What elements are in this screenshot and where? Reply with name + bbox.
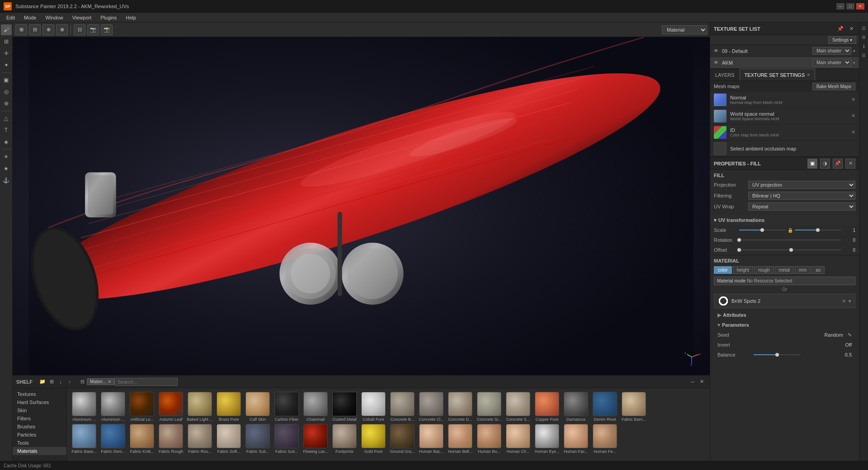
menu-item-mode[interactable]: Mode: [19, 14, 41, 21]
minimize-button[interactable]: ─: [836, 3, 844, 9]
shelf-item-12[interactable]: Concrete Cl...: [418, 392, 445, 422]
mat-tab-ao[interactable]: ao: [811, 266, 825, 274]
viewport-canvas[interactable]: X Y Z: [13, 37, 710, 375]
tsl-row-default[interactable]: 👁 09 - Default Main shader ▾: [710, 45, 859, 57]
filtering-select[interactable]: Bilinear | HQ: [748, 192, 855, 200]
vp-btn-align[interactable]: ⊗: [56, 24, 68, 35]
menu-item-help[interactable]: Help: [121, 14, 141, 21]
bake-mesh-maps-button[interactable]: Bake Mesh Maps: [812, 83, 855, 90]
shelf-item-11[interactable]: Concrete B...: [389, 392, 416, 422]
shelf-item-24[interactable]: Fabric Rou...: [186, 424, 213, 454]
scale-slider-x[interactable]: [739, 227, 786, 233]
scale-thumb-y[interactable]: [816, 228, 820, 232]
tab-close-icon[interactable]: ✕: [807, 72, 810, 77]
shelf-item-21[interactable]: Fabric Deni...: [99, 424, 127, 454]
tool-transform[interactable]: ✛: [1, 48, 12, 59]
uv-transform-header[interactable]: ▾ UV transformations: [710, 215, 859, 225]
mat-tab-color[interactable]: color: [714, 266, 732, 274]
shelf-item-30[interactable]: Gold Pure: [360, 424, 387, 454]
tsl-pin-btn[interactable]: 📌: [836, 25, 844, 33]
tab-layers[interactable]: LAYERS: [710, 69, 740, 80]
filter-tag-close[interactable]: ✕: [108, 379, 111, 384]
shelf-view-btn[interactable]: ⊞: [47, 377, 56, 386]
tsl-shader-default[interactable]: Main shader: [812, 47, 851, 55]
shelf-item-32[interactable]: Human Bac...: [418, 424, 445, 454]
uvwrap-select[interactable]: Repeat: [748, 202, 855, 211]
shelf-items-scroll[interactable]: Aluminium ...Aluminium ...Artificial Le.…: [67, 388, 710, 461]
shelf-item-3[interactable]: Autumn Leaf: [157, 392, 184, 422]
shelf-item-10[interactable]: Cobalt Pure: [360, 392, 387, 422]
offset-slider-y[interactable]: [791, 247, 841, 253]
scale-thumb-x[interactable]: [760, 228, 764, 232]
tool-select[interactable]: ✦: [1, 60, 12, 70]
tsl-row-akm[interactable]: 👁 AKM Main shader ▾: [710, 57, 859, 69]
maximize-button[interactable]: □: [846, 3, 854, 9]
tool-anchor[interactable]: ⚓: [1, 175, 12, 186]
tool-environment[interactable]: ☀: [1, 151, 12, 162]
shelf-item-27[interactable]: Fabric Suit...: [273, 424, 300, 454]
parameters-expand-row[interactable]: ▾ Parameters: [714, 320, 855, 330]
rotation-thumb[interactable]: [737, 238, 741, 242]
mat-tab-nrm[interactable]: nrm: [795, 266, 811, 274]
shelf-item-8[interactable]: Chainmail: [302, 392, 329, 422]
shelf-item-28[interactable]: Flowing Lav...: [302, 424, 329, 454]
viewport-mode-dropdown[interactable]: Material: [662, 25, 707, 34]
vp-btn-view[interactable]: ⊡: [74, 24, 85, 35]
shelf-item-5[interactable]: Brass Pure: [215, 392, 242, 422]
menu-item-viewport[interactable]: Viewport: [68, 14, 96, 21]
shelf-folder-btn[interactable]: 📁: [38, 377, 47, 386]
vp-btn-snap[interactable]: ⊕: [42, 24, 54, 35]
shelf-item-23[interactable]: Fabric Rough: [157, 424, 184, 454]
attributes-expand-row[interactable]: ▶ Attributes: [714, 310, 855, 320]
shelf-import-btn[interactable]: ↓: [56, 377, 65, 386]
shelf-item-31[interactable]: Ground Gra...: [389, 424, 416, 454]
shelf-item-26[interactable]: Fabric Suit...: [244, 424, 271, 454]
shelf-item-38[interactable]: Human Fe...: [591, 424, 618, 454]
ri-properties-icon[interactable]: ☰: [860, 52, 868, 59]
mesh-map-close-id[interactable]: ✕: [851, 129, 855, 135]
shelf-item-2[interactable]: Artificial Le...: [128, 392, 156, 422]
props-mode-fill-btn[interactable]: ▣: [807, 159, 817, 169]
shelf-item-0[interactable]: Aluminium ...: [71, 392, 98, 422]
offset-slider-x[interactable]: [739, 247, 789, 253]
balance-slider[interactable]: [754, 352, 801, 358]
shelf-cat-tools[interactable]: Tools: [13, 439, 66, 447]
shelf-cat-particles[interactable]: Particles: [13, 431, 66, 439]
shelf-item-6[interactable]: Calf Skin: [244, 392, 271, 422]
mesh-map-close-world[interactable]: ✕: [851, 113, 855, 119]
tool-material[interactable]: ◈: [1, 136, 12, 147]
shelf-minimize-btn[interactable]: ─: [688, 377, 697, 386]
shelf-cat-skin[interactable]: Skin: [13, 406, 66, 414]
menu-item-plugins[interactable]: Plugins: [96, 14, 121, 21]
tool-smudge[interactable]: ◎: [1, 86, 12, 97]
shelf-item-17[interactable]: Damascus: [562, 392, 590, 422]
vp-btn-camera[interactable]: 📷: [87, 24, 99, 35]
shelf-item-16[interactable]: Copper Pure: [533, 392, 561, 422]
ri-layers-icon[interactable]: ☰: [860, 24, 868, 32]
shelf-cat-materials[interactable]: Materials: [13, 447, 66, 455]
mat-tab-rough[interactable]: rough: [754, 266, 774, 274]
param-seed-edit-icon[interactable]: ✎: [848, 332, 852, 338]
vp-btn-screenshot[interactable]: 📸: [101, 24, 113, 35]
shelf-item-4[interactable]: Baked Light ...: [186, 392, 213, 422]
tsl-eye-default[interactable]: 👁: [714, 48, 720, 53]
shelf-cat-brushes[interactable]: Brushes: [13, 423, 66, 431]
rotation-slider[interactable]: [739, 237, 841, 243]
projection-select[interactable]: UV projection: [748, 181, 855, 189]
shelf-item-9[interactable]: Coated Metal: [331, 392, 358, 422]
mesh-map-close-normal[interactable]: ✕: [851, 97, 855, 103]
shelf-item-35[interactable]: Human Ch...: [505, 424, 532, 454]
props-close-btn[interactable]: ✕: [845, 159, 855, 169]
close-button[interactable]: ✕: [856, 3, 864, 9]
shelf-item-13[interactable]: Concrete D...: [447, 392, 474, 422]
scale-slider-y[interactable]: [795, 227, 841, 233]
shelf-item-25[interactable]: Fabric Soft...: [215, 424, 242, 454]
shelf-item-34[interactable]: Human Bu...: [476, 424, 503, 454]
shelf-cat-textures[interactable]: Textures: [13, 390, 66, 398]
shelf-cat-filters[interactable]: Filters: [13, 414, 66, 423]
shelf-filter-tag[interactable]: Materi... ✕: [87, 378, 114, 385]
tsl-settings-button[interactable]: Settings ▾: [828, 36, 856, 44]
shelf-item-14[interactable]: Concrete Si...: [476, 392, 503, 422]
shelf-item-18[interactable]: Denim Rivet: [591, 392, 618, 422]
props-mode-effect-btn[interactable]: ◑: [820, 159, 830, 169]
